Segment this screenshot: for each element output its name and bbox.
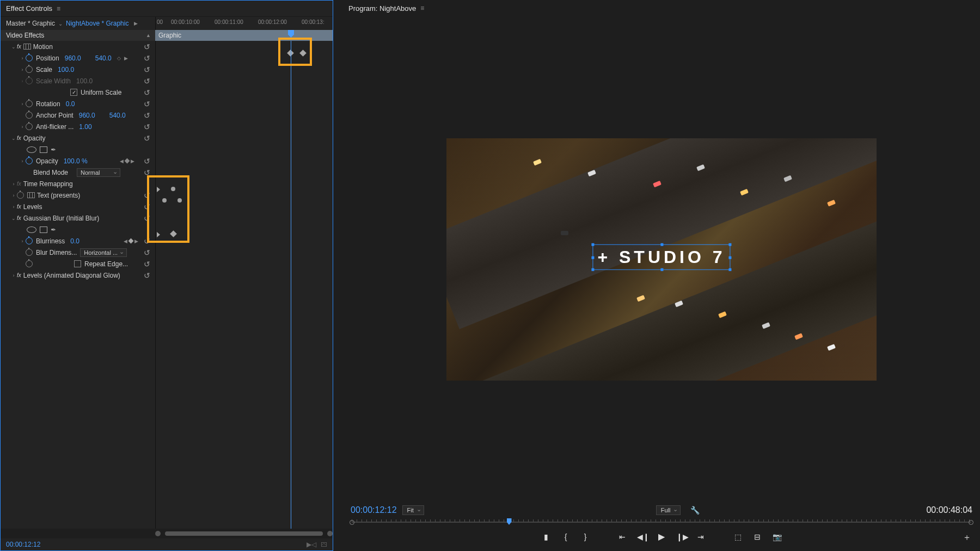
twirl-right-icon[interactable]: › xyxy=(19,238,26,244)
reset-icon[interactable]: ↺ xyxy=(142,65,152,74)
twirl-right-icon[interactable]: › xyxy=(10,204,17,210)
transform-box-icon[interactable] xyxy=(23,44,31,50)
prev-keyframe-icon[interactable]: ◀ xyxy=(120,158,124,164)
extract-icon[interactable]: ⊟ xyxy=(752,532,762,541)
stopwatch-icon[interactable] xyxy=(26,112,33,119)
anchor-y-value[interactable]: 540.0 xyxy=(109,112,126,119)
reset-icon[interactable]: ↺ xyxy=(142,168,152,177)
twirl-down-icon[interactable]: ⌄ xyxy=(10,216,17,221)
next-keyframe-icon[interactable]: ▶ xyxy=(134,238,138,244)
play-icon[interactable]: ▶ xyxy=(657,531,666,542)
velocity-graph-icon[interactable]: ◇ xyxy=(117,56,121,61)
bracket-in-icon[interactable]: { xyxy=(561,532,571,541)
repeat-edge-property[interactable]: › Repeat Edge... ↺ xyxy=(1,258,155,270)
reset-icon[interactable]: ↺ xyxy=(142,54,152,63)
clip-bar[interactable]: Graphic xyxy=(155,30,333,41)
keyframe-timeline-area[interactable] xyxy=(155,41,333,529)
reset-icon[interactable]: ↺ xyxy=(142,88,152,97)
twirl-right-icon[interactable]: › xyxy=(10,273,17,278)
blur-dimensions-property[interactable]: › Blur Dimens... Horizontal ... ↺ xyxy=(1,247,155,258)
program-tab[interactable]: Program: NightAbove ≡ xyxy=(343,0,980,16)
levels-effect-header[interactable]: › fx Levels ↺ xyxy=(1,201,155,212)
fx-icon[interactable]: fx xyxy=(17,181,21,187)
twirl-right-icon[interactable]: › xyxy=(19,56,26,61)
time-remapping-header[interactable]: › fx Time Remapping xyxy=(1,178,155,189)
scroll-handle-left[interactable] xyxy=(155,531,161,536)
keyframe-circle[interactable] xyxy=(177,198,182,203)
anti-flicker-property[interactable]: › Anti-flicker ... 1.00 ↺ xyxy=(1,121,155,132)
twirl-right-icon[interactable]: › xyxy=(19,101,26,107)
resize-handle[interactable] xyxy=(660,243,663,246)
master-clip-label[interactable]: Master * Graphic xyxy=(6,20,55,27)
current-timecode[interactable]: 00:00:12:12 xyxy=(6,541,40,548)
twirl-right-icon[interactable]: › xyxy=(19,158,26,164)
reset-icon[interactable]: ↺ xyxy=(142,42,152,51)
loop-playback-icon[interactable]: ▶◁ xyxy=(307,541,316,548)
uniform-scale-property[interactable]: Uniform Scale ↺ xyxy=(1,87,155,98)
lift-icon[interactable]: ⬚ xyxy=(733,532,743,541)
next-keyframe-icon[interactable]: ▶ xyxy=(131,158,134,164)
opacity-effect-header[interactable]: ⌄ fx Opacity ↺ xyxy=(1,132,155,144)
stopwatch-icon[interactable] xyxy=(26,157,33,164)
blur-dimensions-dropdown[interactable]: Horizontal ... xyxy=(80,248,127,257)
button-editor-plus-icon[interactable]: ＋ xyxy=(963,532,971,543)
program-current-timecode[interactable]: 00:00:12:12 xyxy=(351,505,397,515)
resize-handle[interactable] xyxy=(591,256,594,259)
blurriness-value[interactable]: 0.0 xyxy=(70,237,79,245)
zoom-level-dropdown[interactable]: Fit xyxy=(402,505,424,515)
ellipse-mask-icon[interactable] xyxy=(27,226,36,233)
keyframe-circle[interactable] xyxy=(171,187,175,191)
timeline-start-handle[interactable] xyxy=(350,520,354,525)
reset-icon[interactable]: ↺ xyxy=(142,111,152,120)
blend-mode-dropdown[interactable]: Normal xyxy=(77,168,120,177)
resize-handle[interactable] xyxy=(729,256,732,259)
levels-glow-header[interactable]: › fx Levels (Animated Diagonal Glow) ↺ xyxy=(1,270,155,281)
gaussian-blur-header[interactable]: ⌄ fx Gaussian Blur (Initial Blur) ↺ xyxy=(1,212,155,224)
twirl-right-icon[interactable]: › xyxy=(19,67,26,72)
panel-menu-icon[interactable]: ≡ xyxy=(57,5,60,13)
stopwatch-icon[interactable] xyxy=(26,123,33,130)
transform-box-icon[interactable] xyxy=(27,192,35,198)
twirl-right-icon[interactable]: › xyxy=(19,124,26,130)
stopwatch-icon[interactable] xyxy=(26,260,33,267)
twirl-down-icon[interactable]: ⌄ xyxy=(10,136,17,141)
fx-icon[interactable]: fx xyxy=(17,135,21,141)
reset-icon[interactable]: ↺ xyxy=(142,271,152,280)
panel-menu-icon[interactable]: ≡ xyxy=(420,4,424,12)
fx-icon[interactable]: fx xyxy=(17,44,21,50)
stopwatch-icon[interactable] xyxy=(26,66,33,73)
position-x-value[interactable]: 960.0 xyxy=(65,54,81,62)
scale-value[interactable]: 100.0 xyxy=(58,66,74,74)
blurriness-property[interactable]: › Blurriness 0.0 ◀▶ ↺ xyxy=(1,235,155,247)
rotation-value[interactable]: 0.0 xyxy=(66,100,75,108)
stopwatch-icon[interactable] xyxy=(17,192,24,199)
anchor-x-value[interactable]: 960.0 xyxy=(79,112,95,119)
resize-handle[interactable] xyxy=(729,268,732,271)
stopwatch-icon[interactable] xyxy=(26,100,33,107)
prev-keyframe-icon[interactable]: ◀ xyxy=(124,238,127,244)
twirl-right-icon[interactable]: › xyxy=(10,193,17,198)
stopwatch-icon[interactable] xyxy=(26,54,33,62)
chevron-down-icon[interactable]: ⌄ xyxy=(58,21,63,27)
position-property[interactable]: › Position 960.0540.0 ◇ ▶ ↺ xyxy=(1,52,155,64)
export-frame-icon[interactable]: 📷 xyxy=(772,532,782,541)
position-y-value[interactable]: 540.0 xyxy=(95,54,112,62)
pen-mask-icon[interactable]: ✒ xyxy=(51,146,56,154)
scroll-handle-right[interactable] xyxy=(327,531,333,536)
add-keyframe-icon[interactable] xyxy=(128,238,133,244)
play-triangle-icon[interactable]: ▶ xyxy=(134,21,138,26)
reset-icon[interactable]: ↺ xyxy=(142,77,152,85)
resize-handle[interactable] xyxy=(591,268,594,271)
bracket-out-icon[interactable]: } xyxy=(580,532,590,541)
step-back-icon[interactable]: ◀❙ xyxy=(637,532,647,541)
keyframe-circle[interactable] xyxy=(162,198,167,203)
resolution-dropdown[interactable]: Full xyxy=(656,505,681,515)
program-timeline-scrubber[interactable] xyxy=(352,518,971,526)
settings-wrench-icon[interactable]: 🔧 xyxy=(690,506,700,515)
playhead[interactable] xyxy=(291,41,291,529)
horizontal-scrollbar[interactable] xyxy=(1,529,333,538)
fx-icon[interactable]: fx xyxy=(17,215,21,221)
reset-icon[interactable]: ↺ xyxy=(142,123,152,131)
fx-icon[interactable]: fx xyxy=(17,204,21,210)
keyframe-half-icon[interactable] xyxy=(157,232,160,237)
